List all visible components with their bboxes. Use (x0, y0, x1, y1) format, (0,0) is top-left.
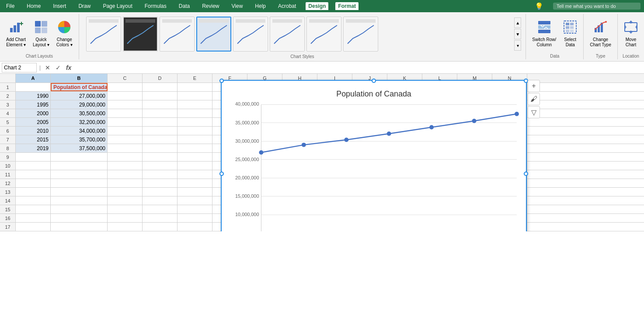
row-number-16[interactable]: 16 (0, 214, 16, 222)
cell-r11-cB[interactable] (51, 170, 108, 179)
row-number-7[interactable]: 7 (0, 135, 16, 144)
cell-r3-cA[interactable]: 1995 (16, 100, 51, 109)
cell-r2-cA[interactable]: 1990 (16, 92, 51, 100)
move-chart-button[interactable]: MoveChart (621, 17, 641, 51)
col-header-a[interactable]: A (16, 74, 51, 83)
formula-confirm-button[interactable]: ✓ (54, 64, 63, 71)
cell-r2-cC[interactable] (108, 92, 143, 100)
cell-r13-cC[interactable] (108, 188, 143, 196)
row-number-13[interactable]: 13 (0, 188, 16, 196)
cell-r6-cB[interactable]: 34,000,000 (51, 127, 108, 135)
cell-r12-cC[interactable] (108, 179, 143, 187)
cell-r1-cE[interactable] (178, 83, 212, 91)
chart-handle-tl[interactable] (219, 79, 224, 83)
cell-r14-cE[interactable] (178, 196, 212, 205)
cell-r13-cA[interactable] (16, 188, 51, 196)
cell-r7-cB[interactable]: 35,700,000 (51, 135, 108, 144)
row-number-12[interactable]: 12 (0, 179, 16, 187)
cell-r1-cC[interactable] (108, 83, 143, 91)
row-number-6[interactable]: 6 (0, 127, 16, 135)
cell-r3-cB[interactable]: 29,000,000 (51, 100, 108, 109)
cell-r17-cA[interactable] (16, 223, 51, 231)
cell-r11-cD[interactable] (143, 170, 178, 179)
row-number-5[interactable]: 5 (0, 118, 16, 126)
cell-r11-cE[interactable] (178, 170, 212, 179)
menu-data[interactable]: Data (176, 2, 192, 10)
chart-style-7[interactable] (306, 17, 341, 52)
cell-r4-cA[interactable]: 2000 (16, 109, 51, 117)
chart-style-5[interactable] (233, 17, 268, 52)
row-number-2[interactable]: 2 (0, 92, 16, 100)
menu-insert[interactable]: Insert (50, 2, 69, 10)
cell-r1-cB[interactable]: Population of Canada (51, 83, 108, 91)
cell-r16-cA[interactable] (16, 214, 51, 222)
menu-format[interactable]: Format (335, 2, 359, 10)
cell-r16-cD[interactable] (143, 214, 178, 222)
cell-r8-cC[interactable] (108, 144, 143, 152)
menu-review[interactable]: Review (199, 2, 222, 10)
change-colors-button[interactable]: ChangeColors ▾ (54, 17, 75, 51)
cell-r15-cE[interactable] (178, 205, 212, 213)
cell-r10-cB[interactable] (51, 162, 108, 170)
chart-styles-button[interactable]: 🖌 (528, 93, 540, 105)
row-number-14[interactable]: 14 (0, 196, 16, 205)
chart-style-more[interactable]: ▾ (514, 40, 521, 51)
cell-r1-cA[interactable] (16, 83, 51, 91)
cell-r16-cC[interactable] (108, 214, 143, 222)
cell-r12-cB[interactable] (51, 179, 108, 187)
col-header-d[interactable]: D (143, 74, 178, 83)
cell-r10-cE[interactable] (178, 162, 212, 170)
cell-r5-cA[interactable]: 2005 (16, 118, 51, 126)
chart-style-8[interactable] (343, 17, 378, 52)
cell-r13-cE[interactable] (178, 188, 212, 196)
menu-acrobat[interactable]: Acrobat (275, 2, 299, 10)
cell-r11-cC[interactable] (108, 170, 143, 179)
select-data-button[interactable]: SelectData (560, 17, 580, 51)
menu-file[interactable]: File (3, 2, 17, 10)
cell-r17-cE[interactable] (178, 223, 212, 231)
cell-r12-cA[interactable] (16, 179, 51, 187)
cell-r12-cE[interactable] (178, 179, 212, 187)
cell-r9-cA[interactable] (16, 153, 51, 161)
cell-r9-cE[interactable] (178, 153, 212, 161)
cell-r9-cB[interactable] (51, 153, 108, 161)
cell-r4-cC[interactable] (108, 109, 143, 117)
cell-r7-cC[interactable] (108, 135, 143, 144)
cell-r14-cA[interactable] (16, 196, 51, 205)
chart-style-2[interactable] (123, 17, 158, 52)
cell-r6-cD[interactable] (143, 127, 178, 135)
cell-r7-cA[interactable]: 2015 (16, 135, 51, 144)
cell-r6-cC[interactable] (108, 127, 143, 135)
menu-help[interactable]: Help (252, 2, 268, 10)
cell-r17-cB[interactable] (51, 223, 108, 231)
cell-r9-cC[interactable] (108, 153, 143, 161)
formula-cancel-button[interactable]: ✕ (43, 64, 52, 71)
cell-r8-cB[interactable]: 37,500,000 (51, 144, 108, 152)
cell-r7-cE[interactable] (178, 135, 212, 144)
cell-r15-cD[interactable] (143, 205, 178, 213)
cell-r15-cB[interactable] (51, 205, 108, 213)
cell-r13-cB[interactable] (51, 188, 108, 196)
row-number-4[interactable]: 4 (0, 109, 16, 117)
cell-r10-cD[interactable] (143, 162, 178, 170)
col-header-b[interactable]: B (51, 74, 108, 83)
menu-draw[interactable]: Draw (76, 2, 93, 10)
chart-style-6[interactable] (270, 17, 305, 52)
cell-r2-cD[interactable] (143, 92, 178, 100)
cell-r12-cD[interactable] (143, 179, 178, 187)
cell-r8-cA[interactable]: 2019 (16, 144, 51, 152)
menu-page-layout[interactable]: Page Layout (100, 2, 135, 10)
cell-r17-cD[interactable] (143, 223, 178, 231)
row-number-1[interactable]: 1 (0, 83, 16, 91)
chart-handle-ml[interactable] (219, 172, 224, 176)
cell-r2-cE[interactable] (178, 92, 212, 100)
cell-r5-cE[interactable] (178, 118, 212, 126)
cell-r11-cA[interactable] (16, 170, 51, 179)
cell-r6-cA[interactable]: 2010 (16, 127, 51, 135)
cell-r14-cB[interactable] (51, 196, 108, 205)
cell-r3-cE[interactable] (178, 100, 212, 109)
cell-r3-cC[interactable] (108, 100, 143, 109)
chart-filters-button[interactable]: ▽ (528, 106, 540, 118)
cell-r16-cB[interactable] (51, 214, 108, 222)
cell-r5-cD[interactable] (143, 118, 178, 126)
